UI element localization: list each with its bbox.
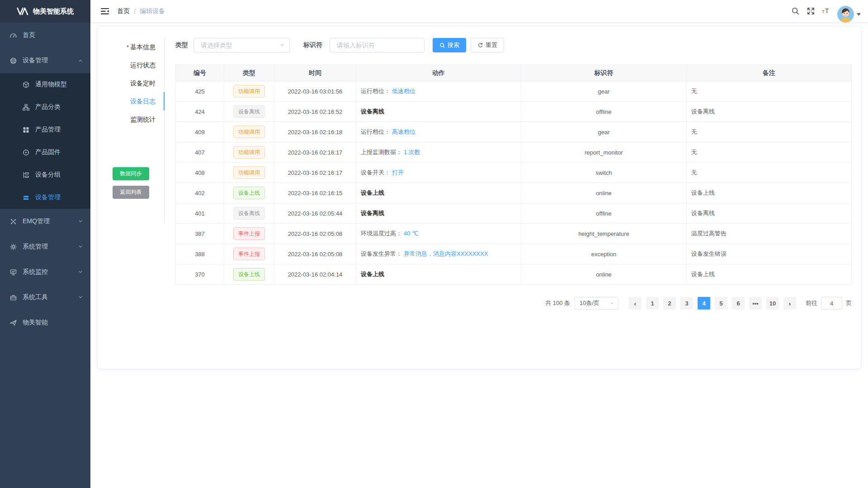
page-button[interactable]: 1 — [646, 297, 659, 310]
cell-remark: 无 — [687, 81, 852, 102]
search-button[interactable]: 搜索 — [433, 38, 466, 52]
breadcrumb-home[interactable]: 首页 — [117, 7, 130, 15]
type-tag: 设备离线 — [233, 207, 265, 220]
table-row: 401 设备离线 2022-03-16 02:05:44 设备离线 offlin… — [176, 203, 852, 224]
action-link[interactable]: 高速档位 — [392, 128, 415, 135]
tab-basic-info[interactable]: *基本信息 — [98, 38, 164, 56]
cell-type: 设备离线 — [224, 102, 274, 122]
sidebar-item-device-mgmt-sub[interactable]: 设备管理 — [0, 186, 90, 209]
sidebar-item-system-mgmt[interactable]: 系统管理 — [0, 234, 90, 259]
tab-device-timer[interactable]: 设备定时 — [98, 74, 164, 92]
page-button[interactable]: 5 — [715, 297, 727, 310]
sidebar-item-device-mgmt[interactable]: 设备管理 — [0, 48, 90, 73]
prev-page-button[interactable]: ‹ — [629, 297, 642, 310]
font-size-icon[interactable]: TT — [822, 7, 830, 15]
cell-type: 事件上报 — [224, 224, 274, 244]
type-filter-label: 类型 — [175, 41, 188, 49]
breadcrumb-current-page: 编辑设备 — [140, 7, 165, 15]
cell-id: 388 — [176, 244, 224, 264]
action-link[interactable]: 40 ℃ — [404, 230, 419, 237]
cell-action: 设备开关：打开 — [356, 163, 521, 183]
sidebar-item-wumei-smart[interactable]: 物美智能 — [0, 310, 90, 335]
page-size-select[interactable]: 10条/页 — [575, 297, 618, 310]
sidebar-item-system-tools[interactable]: 系统工具 — [0, 285, 90, 310]
cell-time: 2022-03-16 02:05:44 — [274, 203, 356, 224]
goto-page-input[interactable] — [821, 297, 842, 310]
sidebar-item-emq[interactable]: EMQ管理 — [0, 209, 90, 234]
main-area: 首页 / 编辑设备 TT *基本信息 运行状态 设备定时 — [90, 0, 868, 488]
col-header-remark: 备注 — [687, 65, 852, 81]
device-sphere-icon — [9, 57, 17, 65]
col-header-action: 动作 — [356, 65, 521, 81]
cell-identifier: gear — [521, 122, 687, 142]
tab-run-status[interactable]: 运行状态 — [98, 56, 164, 74]
cell-time: 2022-03-16 03:01:56 — [274, 81, 356, 102]
table-row: 425 功能调用 2022-03-16 03:01:56 运行档位：低速档位 g… — [176, 81, 852, 102]
cell-id: 425 — [176, 81, 224, 102]
table-header-row: 编号 类型 时间 动作 标识符 备注 — [176, 65, 852, 81]
page-button[interactable]: 10 — [766, 297, 779, 310]
table-body: 425 功能调用 2022-03-16 03:01:56 运行档位：低速档位 g… — [176, 81, 852, 285]
topbar: 首页 / 编辑设备 TT — [90, 0, 868, 23]
sidebar-item-thing-model[interactable]: 通用物模型 — [0, 73, 90, 96]
cell-action: 环境温度过高：40 ℃ — [356, 224, 521, 244]
page-button[interactable]: 2 — [663, 297, 676, 310]
sidebar-item-product-category[interactable]: 产品分类 — [0, 96, 90, 118]
type-tag: 设备上线 — [233, 268, 265, 281]
node-x-icon — [9, 218, 17, 225]
sidebar-item-device-group[interactable]: 设备分组 — [0, 164, 90, 186]
collapse-sidebar-icon[interactable] — [101, 8, 109, 15]
reset-button[interactable]: 重置 — [471, 38, 504, 52]
action-link[interactable]: 异常消息，消息内容XXXXXXXX — [404, 250, 488, 257]
cell-remark: 设备发生错误 — [687, 244, 852, 264]
tab-device-log[interactable]: 设备日志 — [98, 92, 164, 110]
cell-type: 设备上线 — [224, 264, 274, 285]
table-row: 408 功能调用 2022-03-16 02:16:17 设备开关：打开 swi… — [176, 163, 852, 183]
page-ellipsis-button[interactable]: ••• — [749, 297, 762, 310]
cell-id: 424 — [176, 102, 224, 122]
data-sync-button[interactable]: 数据同步 — [113, 167, 149, 180]
action-link[interactable]: 打开 — [392, 169, 404, 176]
breadcrumb-separator: / — [134, 8, 136, 15]
cell-remark: 无 — [687, 122, 852, 142]
sidebar-item-product-firmware[interactable]: 产品固件 — [0, 141, 90, 164]
action-link[interactable]: 1 次数 — [404, 149, 420, 155]
cell-action: 运行档位：高速档位 — [356, 122, 521, 142]
identifier-input[interactable] — [337, 42, 420, 49]
type-select[interactable] — [193, 38, 290, 52]
cell-type: 功能调用 — [224, 163, 274, 183]
fullscreen-icon[interactable] — [807, 7, 815, 15]
action-status: 设备离线 — [361, 108, 384, 115]
action-prefix: 环境温度过高： — [361, 230, 402, 237]
app-root: 物美智能系统 首页 设备管理 通用物模型 产品分类 — [0, 0, 868, 488]
back-to-list-button[interactable]: 返回列表 — [113, 186, 149, 199]
cell-type: 事件上报 — [224, 244, 274, 264]
table-row: 409 功能调用 2022-03-16 02:16:18 运行档位：高速档位 g… — [176, 122, 852, 142]
page-button[interactable]: 4 — [698, 297, 710, 310]
sidebar-item-home[interactable]: 首页 — [0, 23, 90, 48]
cell-id: 407 — [176, 142, 224, 163]
logo[interactable]: 物美智能系统 — [0, 0, 90, 23]
action-link[interactable]: 低速档位 — [392, 88, 415, 94]
cube-icon — [22, 81, 30, 89]
cell-remark: 设备上线 — [687, 264, 852, 285]
cell-time: 2022-03-16 02:05:08 — [274, 244, 356, 264]
tab-monitor-stats[interactable]: 监测统计 — [98, 110, 164, 128]
cell-type: 设备离线 — [224, 203, 274, 224]
bars-icon — [22, 194, 30, 202]
goto-label: 前往 — [806, 299, 817, 307]
type-select-input[interactable] — [201, 42, 279, 49]
user-menu[interactable] — [837, 6, 861, 23]
sidebar-item-system-monitor[interactable]: 系统监控 — [0, 259, 90, 285]
pager: 123456•••10 — [644, 297, 781, 310]
type-tag: 事件上报 — [233, 227, 265, 240]
page-button[interactable]: 6 — [732, 297, 745, 310]
cell-action: 设备上线 — [356, 264, 521, 285]
cell-time: 2022-03-16 02:16:17 — [274, 163, 356, 183]
sidebar-item-product-mgmt[interactable]: 产品管理 — [0, 118, 90, 141]
cell-identifier: gear — [521, 81, 687, 102]
next-page-button[interactable]: › — [783, 297, 796, 310]
device-mgmt-submenu: 通用物模型 产品分类 产品管理 产品固件 设备分组 — [0, 73, 90, 209]
search-icon[interactable] — [791, 7, 800, 15]
page-button[interactable]: 3 — [680, 297, 693, 310]
